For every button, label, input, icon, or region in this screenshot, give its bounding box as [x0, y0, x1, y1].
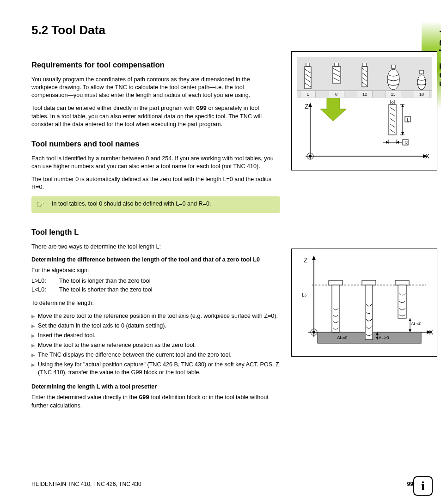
sec3-title: Tool length L — [31, 228, 413, 237]
def-row-0: L>L0: The tool is longer than the zero t… — [31, 277, 280, 285]
def-k0: L>L0: — [31, 277, 59, 285]
bullet-5: ▶Using the key for "actual position capt… — [31, 361, 280, 376]
fig1-tools — [297, 57, 432, 91]
page: 5.2 Tool Data 5.2 Tool Data Requirements… — [0, 0, 441, 504]
fig1-z-label: Z — [305, 103, 309, 110]
sec3-sub2: Determining the length L with a tool pre… — [31, 383, 276, 391]
svg-point-30 — [309, 155, 312, 158]
sec2-p2: The tool number 0 is automatically defin… — [31, 176, 276, 191]
sec2-title: Tool numbers and tool names — [31, 140, 280, 148]
svg-rect-0 — [306, 63, 310, 67]
svg-rect-43 — [395, 280, 409, 285]
fig1-x-label: X — [425, 152, 429, 160]
left-lower: There are two ways to determine the tool… — [31, 243, 280, 415]
left-upper: Requirements for tool compensation You u… — [31, 49, 280, 217]
svg-rect-8 — [420, 70, 423, 74]
fig1-graybox: 1 8 12 13 18 — [297, 57, 432, 98]
svg-rect-6 — [392, 65, 395, 68]
sec3-sub1: Determining the difference between the l… — [31, 256, 276, 264]
sec2-p1: Each tool is identified by a number betw… — [31, 155, 276, 170]
upper-row: Requirements for tool compensation You u… — [31, 49, 413, 217]
def-v1: The tool is shorter than the zero tool — [59, 286, 153, 294]
sec1-p1: You usually program the coordinates of p… — [31, 76, 276, 99]
svg-rect-39 — [329, 280, 343, 285]
svg-marker-26 — [308, 103, 312, 107]
sec3-p3: To determine the length: — [31, 299, 276, 307]
svg-rect-44 — [398, 285, 406, 318]
fig1-n12: 12 — [357, 91, 373, 97]
note-text: In tool tables, tool 0 should also be de… — [52, 200, 211, 208]
info-badge-icon: i — [413, 476, 433, 496]
bullet-4: ▶The TNC displays the difference between… — [31, 351, 280, 359]
fig1-tool-1 — [300, 57, 316, 91]
fig1-tool-13 — [386, 57, 401, 91]
fig2-dlneg-label: ΔL<0 — [411, 321, 421, 326]
bullet-3: ▶Move the tool to the same reference pos… — [31, 341, 280, 349]
bullet-t0: Move the zero tool to the reference posi… — [38, 312, 278, 320]
fig1-axes: Z X — [302, 102, 430, 164]
fig1-n18: 18 — [414, 91, 429, 97]
bullet-0: ▶Move the zero tool to the reference pos… — [31, 312, 280, 320]
bullet-t2: Insert the desired tool. — [38, 332, 96, 340]
p4a: Enter the determined value directly in t… — [31, 394, 139, 401]
svg-point-9 — [417, 75, 426, 90]
fig2-dl0-label: ΔL=0 — [337, 335, 347, 340]
right-lower: Z X L₀ ΔL=0 ΔL>0 ΔL<0 — [291, 243, 437, 415]
fig1-tool-12 — [357, 57, 373, 91]
bullet-icon: ▶ — [31, 361, 38, 376]
fig1-tool-18 — [414, 57, 429, 91]
fig2-z-label: Z — [304, 256, 308, 264]
svg-rect-41 — [362, 280, 376, 285]
figure-1: 1 8 12 13 18 — [291, 51, 437, 170]
svg-rect-4 — [363, 63, 367, 67]
svg-marker-32 — [312, 255, 316, 260]
sec1-p2code: G99 — [196, 105, 207, 112]
bullet-t3: Move the tool to the same reference posi… — [38, 341, 196, 349]
page-title: 5.2 Tool Data — [31, 23, 413, 37]
footer-left: HEIDENHAIN TNC 410, TNC 426, TNC 430 — [31, 481, 141, 487]
bullet-1: ▶Set the datum in the tool axis to 0 (da… — [31, 322, 280, 330]
def-k1: L<L0: — [31, 286, 59, 294]
footer-page: 99 — [407, 481, 413, 487]
fig1-numbers: 1 8 12 13 18 — [297, 91, 432, 97]
fig2-dlpos-label: ΔL>0 — [379, 335, 389, 340]
p4code: G99 — [139, 395, 149, 401]
bullet-icon: ▶ — [31, 322, 38, 330]
fig2-x-label: X — [429, 328, 433, 336]
footer: HEIDENHAIN TNC 410, TNC 426, TNC 430 99 — [31, 481, 413, 487]
bullet-list: ▶Move the zero tool to the reference pos… — [31, 312, 280, 376]
def-row-1: L<L0: The tool is shorter than the zero … — [31, 286, 280, 294]
right-upper: 1 8 12 13 18 — [291, 49, 437, 217]
fig2-L0-label: L₀ — [302, 292, 306, 298]
svg-point-7 — [387, 69, 399, 90]
sec3-p1: There are two ways to determine the tool… — [31, 243, 276, 251]
sec1-p2a: Tool data can be entered either directly… — [31, 105, 196, 111]
bullet-t4: The TNC displays the difference between … — [38, 351, 232, 359]
svg-rect-2 — [335, 63, 338, 67]
bullet-icon: ▶ — [31, 332, 38, 340]
def-v0: The tool is longer than the zero tool — [59, 277, 150, 285]
fig1-n13: 13 — [386, 91, 401, 97]
fig1-tool-8 — [329, 57, 344, 91]
sec1-title: Requirements for tool compensation — [31, 61, 280, 69]
sec1-p2: Tool data can be entered either directly… — [31, 104, 276, 128]
sec3-p2: For the algebraic sign: — [31, 267, 276, 274]
svg-marker-50 — [409, 329, 411, 332]
sec3-p4: Enter the determined value directly in t… — [31, 394, 276, 410]
bullet-icon: ▶ — [31, 341, 38, 349]
bullet-icon: ▶ — [31, 351, 38, 359]
bullet-t5: Using the key for "actual position captu… — [38, 361, 280, 376]
bullet-t1: Set the datum in the tool axis to 0 (dat… — [38, 322, 166, 330]
fig1-n8: 8 — [329, 91, 344, 97]
fig1-n1: 1 — [300, 91, 316, 97]
note-hand-icon: ☞ — [36, 200, 52, 209]
svg-point-36 — [312, 331, 315, 334]
bullet-2: ▶Insert the desired tool. — [31, 332, 280, 340]
lower-row: There are two ways to determine the tool… — [31, 243, 413, 415]
figure-2: Z X L₀ ΔL=0 ΔL>0 ΔL<0 — [291, 249, 437, 357]
side-tab-label: 5.2 Tool Data — [437, 24, 441, 86]
note-box: ☞ In tool tables, tool 0 should also be … — [31, 196, 280, 213]
bullet-icon: ▶ — [31, 312, 38, 320]
